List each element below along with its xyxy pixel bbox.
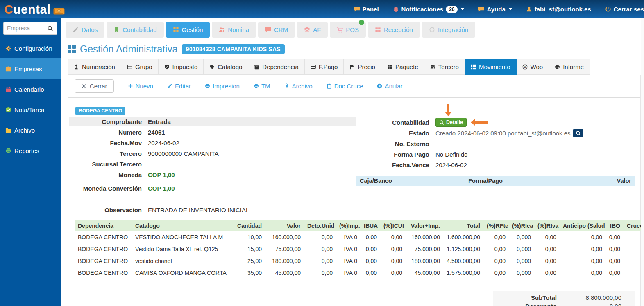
subtab-label: F.Pago <box>319 63 338 70</box>
subtab-tercero[interactable]: Tercero <box>424 59 465 75</box>
item-ibo: 0,00 <box>605 255 624 267</box>
tab-pos[interactable]: POS <box>330 22 366 38</box>
item-valor: 75.000,00 <box>265 243 304 255</box>
chevron-down-icon <box>509 8 512 10</box>
item-dcto-unid: 0,00 <box>304 267 336 279</box>
document-form: BODEGA CENTRO Comprobante Entrada Numero… <box>68 98 640 216</box>
detalle-label: Detalle <box>446 119 463 125</box>
page-header: Gestión Administrativa 901084328 CAMPANI… <box>61 38 644 59</box>
subtab-precio[interactable]: Precio <box>344 59 381 75</box>
tab-label: Datos <box>82 26 98 33</box>
editar-button[interactable]: Editar <box>167 83 191 90</box>
subtab-woo[interactable]: W Woo <box>517 59 549 75</box>
col-catalogo: Catalogo <box>132 220 230 231</box>
archivo-label: Archivo <box>292 83 313 90</box>
notifications-count-badge: 26 <box>446 6 458 13</box>
check-circle-icon <box>5 107 11 113</box>
item-ibua: 0,00 <box>361 267 380 279</box>
item-total: 1.125.000,00 <box>443 243 483 255</box>
sidebar-item-reportes[interactable]: Reportes <box>0 140 61 161</box>
col-dcto-unid: Dcto.Unid <box>304 220 336 231</box>
module-tabs: Datos Contabilidad Gestión Nomina CRM AF… <box>61 18 644 38</box>
tab-integracion[interactable]: Integración <box>422 22 475 38</box>
tab-gestion[interactable]: Gestión <box>166 22 210 38</box>
sidebar-item-archivo[interactable]: Archivo <box>0 120 61 140</box>
nuevo-button[interactable]: Nuevo <box>128 83 153 90</box>
sidebar-item-calendario[interactable]: Calendario <box>0 79 61 99</box>
item-imp: IVA 0 <box>336 267 361 279</box>
subtab-impuesto[interactable]: Impuesto <box>159 59 204 75</box>
col-cantidad: Cantidad <box>230 220 265 231</box>
nav-user[interactable]: fabi_st@outlook.es <box>519 6 598 13</box>
tab-af[interactable]: AF <box>297 22 328 38</box>
subtab-fpago[interactable]: F.Pago <box>305 59 344 75</box>
field-moneda-conversion: Moneda Conversión COP 1,00 <box>69 184 356 193</box>
subtab-movimiento[interactable]: Movimiento <box>465 59 517 75</box>
sidebar-item-label: Archivo <box>14 127 35 134</box>
item-valor-imp: 180.000,00 <box>406 255 443 267</box>
field-numero: Numero 24061 <box>69 128 356 137</box>
cerrar-button[interactable]: Cerrar <box>75 79 114 93</box>
close-icon <box>81 83 86 89</box>
col-imp: (%)Imp. <box>336 220 361 231</box>
item-row[interactable]: BODEGA CENTRO VESTIDO ANOCHECER TALLA M … <box>75 231 642 243</box>
nav-logout[interactable]: Cerrar ses <box>598 6 644 13</box>
estado-search-button[interactable] <box>573 129 583 137</box>
anular-button[interactable]: Anular <box>377 83 402 90</box>
subtab-label: Numeración <box>82 63 115 70</box>
item-icui: 0,00 <box>380 267 406 279</box>
search-icon <box>576 130 581 136</box>
col-anticipo: Anticipo (Salud) <box>560 220 605 231</box>
tab-label: Nomina <box>228 26 249 33</box>
col-rfte: (%)RFte <box>483 220 509 231</box>
nav-logout-label: Cerrar ses <box>614 6 644 13</box>
document-toolbar: Cerrar Nuevo Editar Impresion TM Archivo <box>68 75 640 98</box>
field-label: Moneda <box>69 171 142 178</box>
tab-label: Contabilidad <box>122 26 156 33</box>
sidebar-item-empresas[interactable]: Empresas <box>0 59 61 79</box>
items-table: Dependencia Catalogo Cantidad Valor Dcto… <box>75 220 642 279</box>
item-imp: IVA 0 <box>336 255 361 267</box>
tab-nomina[interactable]: Nomina <box>212 22 256 38</box>
tab-recepcion[interactable]: Recepción <box>368 22 420 38</box>
total-value: 0,00 <box>573 303 621 306</box>
nav-notifications[interactable]: Notificaciones 26 <box>386 6 472 13</box>
tab-crm[interactable]: CRM <box>258 22 295 38</box>
tab-label: Gestión <box>182 26 203 33</box>
subtab-grupo[interactable]: Grupo <box>121 59 159 75</box>
sidebar-item-configuracion[interactable]: Configuración <box>0 38 61 59</box>
impresion-button[interactable]: Impresion <box>205 83 240 90</box>
item-rfte: 0,00 <box>483 267 509 279</box>
detalle-button[interactable]: Detalle <box>435 118 467 127</box>
item-riva: 0,00 <box>534 255 560 267</box>
tm-button[interactable]: TM <box>254 83 270 90</box>
field-value: ENTRADA DE INVENTARIO INICIAL <box>142 207 249 214</box>
doc-cruce-button[interactable]: Doc.Cruce <box>327 83 363 90</box>
folder-icon <box>5 127 11 133</box>
editar-label: Editar <box>175 83 191 90</box>
total-value: 8.800.000,00 <box>573 294 621 301</box>
subtab-numeracion[interactable]: Numeración <box>68 59 121 75</box>
subtab-paquete[interactable]: Paquete <box>381 59 424 75</box>
nav-help[interactable]: Ayuda <box>471 6 519 13</box>
company-badge[interactable]: 901084328 CAMPANITA KIDS SAS <box>182 44 285 54</box>
item-row[interactable]: BODEGA CENTRO CAMISA OXFORD MANGA CORTA … <box>75 267 642 279</box>
nav-panel[interactable]: Panel <box>347 6 386 13</box>
page-scrollbar[interactable] <box>641 18 644 306</box>
items-header-row: Dependencia Catalogo Cantidad Valor Dcto… <box>75 220 642 231</box>
subtab-catalogo[interactable]: Catalogo <box>204 59 248 75</box>
tab-contabilidad[interactable]: Contabilidad <box>107 22 163 38</box>
item-row[interactable]: BODEGA CENTRO Vestido Dama Talla XL ref.… <box>75 243 642 255</box>
sidebar-item-nota-tarea[interactable]: Nota/Tarea <box>0 99 61 120</box>
company-search-input[interactable] <box>3 22 43 35</box>
company-search-button[interactable] <box>43 22 57 35</box>
app-logo[interactable]: Cuental $ <box>0 3 66 16</box>
archivo-button[interactable]: Archivo <box>284 83 313 90</box>
tab-datos[interactable]: Datos <box>66 22 104 38</box>
item-row[interactable]: BODEGA CENTRO vestido chanel 25,00 180.0… <box>75 255 642 267</box>
item-anticipo: 0,00 <box>560 267 605 279</box>
doc-cruce-label: Doc.Cruce <box>334 83 363 90</box>
users-icon <box>430 64 435 70</box>
subtab-informe[interactable]: Informe <box>549 59 590 75</box>
subtab-dependencia[interactable]: Dependencia <box>248 59 304 75</box>
